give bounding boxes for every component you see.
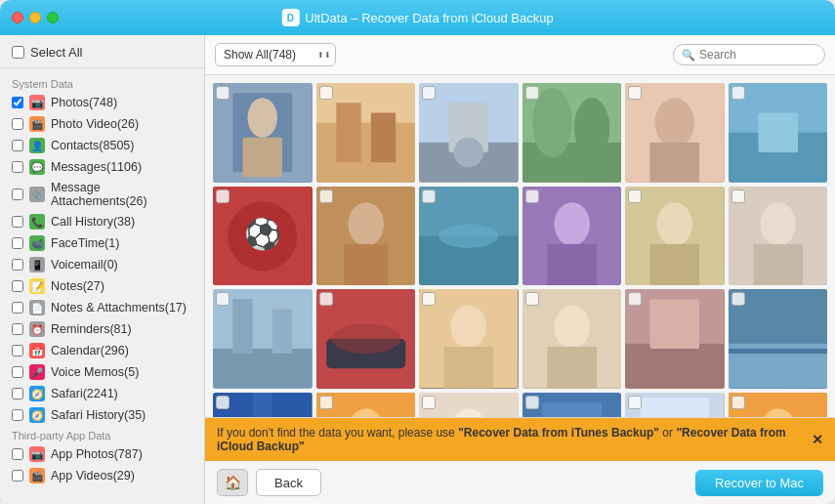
- minimize-button[interactable]: [29, 12, 41, 23]
- photo-checkbox[interactable]: [628, 396, 642, 409]
- photo-checkbox[interactable]: [422, 189, 436, 203]
- sidebar-item-voice-memos[interactable]: 🎤 Voice Memos(5): [0, 361, 204, 383]
- photo-cell[interactable]: ⚽: [213, 187, 313, 286]
- photos-checkbox[interactable]: [12, 97, 23, 108]
- home-button[interactable]: 🏠: [217, 469, 248, 496]
- recover-button[interactable]: Recover to Mac: [695, 470, 823, 496]
- photo-checkbox[interactable]: [628, 292, 642, 306]
- sidebar-item-photo-video[interactable]: 🎬 Photo Video(26): [0, 113, 204, 135]
- msg-attach-checkbox[interactable]: [12, 189, 23, 200]
- photo-cell[interactable]: [522, 187, 622, 286]
- reminders-checkbox[interactable]: [12, 323, 23, 335]
- photo-checkbox[interactable]: [319, 86, 333, 100]
- call-history-checkbox[interactable]: [12, 216, 23, 228]
- photo-cell[interactable]: [316, 289, 416, 389]
- photo-cell[interactable]: [625, 393, 725, 418]
- photo-checkbox[interactable]: [525, 189, 539, 203]
- notes-attach-checkbox[interactable]: [12, 302, 23, 314]
- photo-cell[interactable]: [729, 289, 828, 389]
- app-photos-checkbox[interactable]: [12, 448, 23, 460]
- close-button[interactable]: [12, 12, 23, 23]
- select-all-checkbox[interactable]: [12, 46, 24, 59]
- calendar-checkbox[interactable]: [12, 345, 23, 357]
- photo-cell[interactable]: [625, 83, 725, 183]
- app-videos-checkbox[interactable]: [12, 470, 23, 482]
- notification-link1[interactable]: "Recover Data from iTunes Backup": [458, 426, 659, 440]
- sidebar-item-reminders[interactable]: ⏰ Reminders(81): [0, 318, 204, 340]
- photo-checkbox[interactable]: [525, 292, 539, 306]
- safari-checkbox[interactable]: [12, 388, 23, 399]
- photo-cell[interactable]: [316, 393, 416, 418]
- voicemail-checkbox[interactable]: [12, 259, 23, 271]
- svg-point-26: [348, 202, 384, 246]
- photo-checkbox[interactable]: [216, 396, 230, 409]
- photo-cell[interactable]: [316, 187, 416, 286]
- photo-checkbox[interactable]: [731, 396, 745, 409]
- photo-checkbox[interactable]: [319, 292, 333, 306]
- sidebar-item-photos[interactable]: 📷 Photos(748): [0, 92, 204, 113]
- facetime-checkbox[interactable]: [12, 237, 23, 249]
- search-box[interactable]: 🔍: [673, 44, 825, 65]
- photo-checkbox[interactable]: [628, 189, 642, 203]
- photo-cell[interactable]: [625, 187, 725, 286]
- sidebar-item-msg-attach[interactable]: 📎 Message Attachements(26): [0, 178, 204, 211]
- photo-checkbox[interactable]: [216, 189, 230, 203]
- photo-cell[interactable]: [419, 83, 519, 183]
- maximize-button[interactable]: [47, 12, 59, 23]
- third-party-label: Third-party App Data: [0, 426, 204, 443]
- photo-checkbox[interactable]: [319, 189, 333, 203]
- photo-cell[interactable]: [316, 83, 416, 183]
- photo-cell[interactable]: [419, 187, 519, 286]
- photo-grid-container[interactable]: ⚽: [205, 75, 835, 417]
- photo-cell[interactable]: [419, 289, 519, 389]
- photo-cell[interactable]: [213, 393, 313, 418]
- sidebar-item-facetime[interactable]: 📹 FaceTime(1): [0, 232, 204, 254]
- sidebar-item-safari[interactable]: 🧭 Safari(2241): [0, 383, 204, 404]
- photo-checkbox[interactable]: [422, 396, 436, 409]
- photo-cell[interactable]: [729, 83, 828, 183]
- notes-checkbox[interactable]: [12, 280, 23, 292]
- sidebar-item-voicemail[interactable]: 📱 Voicemail(0): [0, 254, 204, 275]
- photo-checkbox[interactable]: [422, 292, 436, 306]
- photo-checkbox[interactable]: [216, 86, 230, 100]
- photo-cell[interactable]: [729, 393, 828, 418]
- voice-memos-checkbox[interactable]: [12, 366, 23, 378]
- sidebar-scroll[interactable]: System Data 📷 Photos(748) 🎬 Photo Video(…: [0, 68, 204, 504]
- sidebar-item-safari-history[interactable]: 🧭 Safari History(35): [0, 404, 204, 426]
- sidebar-item-calendar[interactable]: 📅 Calendar(296): [0, 340, 204, 361]
- photo-video-checkbox[interactable]: [12, 118, 23, 130]
- photo-checkbox[interactable]: [216, 292, 230, 306]
- notification-close-button[interactable]: ✕: [812, 432, 823, 447]
- sidebar-item-notes[interactable]: 📝 Notes(27): [0, 275, 204, 297]
- photo-checkbox[interactable]: [731, 86, 745, 100]
- filter-select[interactable]: Show All(748) Show Selected Show Unselec…: [215, 43, 336, 66]
- photo-checkbox[interactable]: [525, 86, 539, 100]
- sidebar-item-call-history[interactable]: 📞 Call History(38): [0, 211, 204, 232]
- sidebar-item-contacts[interactable]: 👤 Contacts(8505): [0, 135, 204, 156]
- photo-cell[interactable]: [522, 393, 622, 418]
- photo-cell[interactable]: [729, 187, 828, 286]
- photo-cell[interactable]: [522, 289, 622, 389]
- photo-checkbox[interactable]: [319, 396, 333, 409]
- photo-checkbox[interactable]: [731, 292, 745, 306]
- safari-history-checkbox[interactable]: [12, 409, 23, 421]
- photo-cell[interactable]: [625, 289, 725, 389]
- photo-checkbox[interactable]: [628, 86, 642, 100]
- sidebar-item-messages[interactable]: 💬 Messages(1106): [0, 156, 204, 178]
- photo-cell[interactable]: [213, 83, 313, 183]
- sidebar-item-app-videos[interactable]: 🎬 App Videos(29): [0, 465, 204, 486]
- messages-checkbox[interactable]: [12, 161, 23, 173]
- search-input[interactable]: [699, 48, 816, 62]
- photo-checkbox[interactable]: [525, 396, 539, 409]
- photo-cell[interactable]: [522, 83, 622, 183]
- bottom-bar: If you don't find the data you want, ple…: [205, 417, 835, 504]
- photo-checkbox[interactable]: [731, 189, 745, 203]
- contacts-checkbox[interactable]: [12, 140, 23, 151]
- photo-checkbox[interactable]: [422, 86, 436, 100]
- sidebar-item-app-photos[interactable]: 📷 App Photos(787): [0, 443, 204, 465]
- back-button[interactable]: Back: [256, 469, 321, 496]
- photo-cell[interactable]: [213, 289, 313, 389]
- safari-history-label: Safari History(35): [51, 408, 146, 422]
- sidebar-item-notes-attach[interactable]: 📄 Notes & Attachments(17): [0, 297, 204, 318]
- photo-cell[interactable]: [419, 393, 519, 418]
